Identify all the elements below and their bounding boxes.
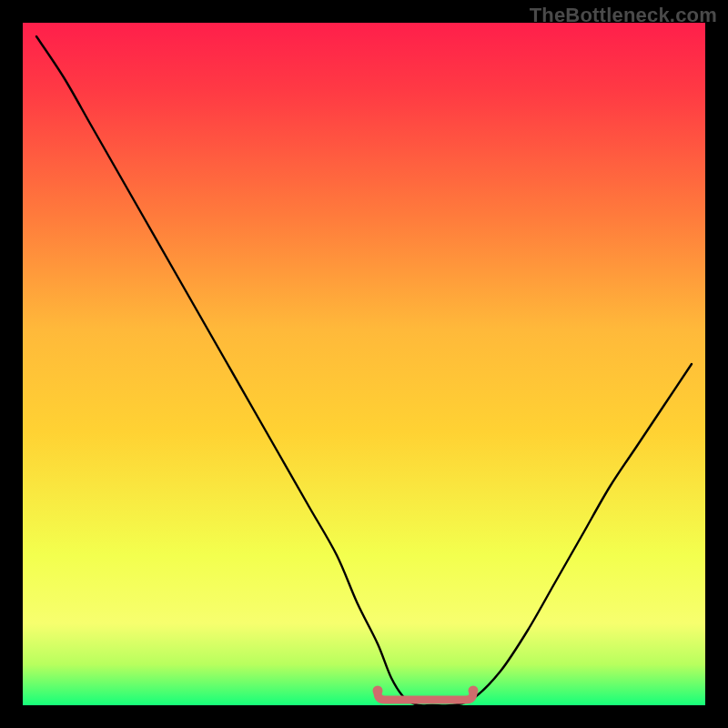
plot-area: [23, 23, 705, 705]
optimal-band-end-dot: [469, 686, 479, 696]
gradient-background: [23, 23, 705, 705]
watermark-text: TheBottleneck.com: [530, 4, 717, 27]
chart-frame: TheBottleneck.com: [0, 0, 728, 728]
optimal-band-end-dot: [373, 686, 383, 696]
chart-svg: [23, 23, 705, 705]
